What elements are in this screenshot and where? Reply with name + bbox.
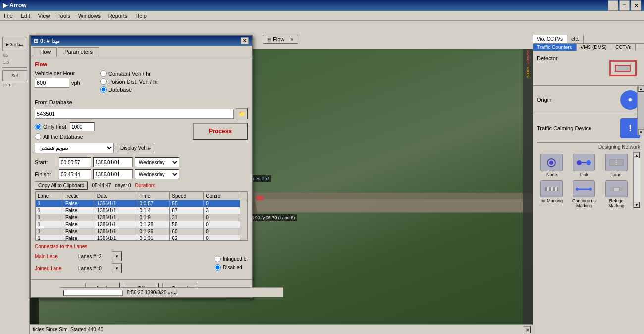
radio-database-label: Datebase [108,87,132,93]
menu-file[interactable]: File [0,12,17,20]
tab-parameters[interactable]: Parameters [58,47,99,57]
start-label: Start: [35,159,57,165]
main-lane-row: Main Lane Lanes # :2 ▼ [35,251,205,261]
table-row[interactable]: 1False1386/1/10:0:57550 [36,200,247,207]
radio-database-input[interactable] [100,86,107,93]
database-input[interactable] [35,109,234,119]
radio-poison-input[interactable] [100,78,107,85]
design-cont-marking[interactable]: Continuo us Marking [569,180,598,208]
radio-all-db-input[interactable] [35,133,41,140]
disabled-checkbox-row: Disabled [215,264,248,271]
detector-inner [615,65,631,72]
display-veh-btn[interactable]: Display Veh # [117,144,154,152]
map-status-text: ticles Since Sim. Started:440-40 [33,327,103,332]
subtab-cctvs[interactable]: CCTVs [611,44,636,51]
subtab-traffic-counters[interactable]: Traffic Counters [533,44,577,51]
design-node[interactable]: Node [537,154,566,177]
sidebar-coord: 11 1... [1,82,28,88]
table-row[interactable]: 1False1386/1/10:1:31620 [36,235,247,241]
svg-point-1 [629,98,632,101]
radio-constant-label: Constant Veh / hr [108,71,151,77]
finish-day-select[interactable]: Wednesday, [135,169,179,179]
radio-poison: Poison Dist. Veh / hr [100,78,158,85]
flow-window-title: ⊞ 0: # میدا ✕ [31,36,252,46]
sidebar-item-2: 1.5 [1,59,28,65]
data-table: Lane .rectic Date Time Speed Control 1Fa… [35,192,247,241]
finish-date[interactable] [93,169,133,179]
design-network-label: Designing Network [537,144,640,150]
main-lane-dropdown-btn[interactable]: ▼ [112,251,122,261]
menu-view[interactable]: View [34,12,54,20]
svg-rect-13 [551,187,553,191]
col-scroll [240,192,247,200]
table-row[interactable]: 1False1386/1/10:1:29600 [36,228,247,235]
scroll-up-btn[interactable]: ▲ [638,86,644,92]
scroll-thumb[interactable] [638,92,644,129]
folder-btn[interactable]: 📁 [236,108,248,119]
minimize-btn[interactable]: _ [608,0,618,11]
window-controls: _ □ ✕ [608,0,641,11]
duration-time: 05:44:47 [92,183,111,188]
flow-secondary-title: Flow [273,36,284,42]
col-direction: .rectic [63,192,95,200]
int-marking-icon [540,180,563,197]
int-marking-label: Int Marking [540,198,563,203]
design-scroll-up[interactable]: ▲ [634,152,640,158]
radio-only-first-input[interactable] [35,124,41,130]
design-int-marking[interactable]: Int Marking [537,180,566,208]
menu-tools[interactable]: Tools [54,12,74,20]
col-date: Date [95,192,137,200]
table-row[interactable]: 1False1386/1/10:1:4673 [36,207,247,214]
start-row: Start: Wednesday, [35,157,248,167]
subtab-vms[interactable]: VMS (DMS) [577,44,611,51]
vph-input[interactable] [35,78,69,88]
copy-clipboard-btn[interactable]: Copy All to Clipboard [35,181,88,190]
close-btn[interactable]: ✕ [631,0,641,11]
only-first-label: Only First: [43,124,68,130]
flow-title-text: 0: # میدا [40,38,60,44]
tab-flow[interactable]: Flow [33,47,57,57]
intrigued-radio[interactable] [215,256,221,262]
flow-secondary-close[interactable]: × [290,36,293,42]
scroll-down-btn[interactable]: ▼ [638,129,644,135]
status-progress-bar [63,290,123,296]
design-link[interactable]: Link [569,154,598,177]
menu-windows[interactable]: Windows [74,12,105,20]
process-btn[interactable]: Process [193,123,248,140]
table-row[interactable]: 1False1386/1/10:1:28580 [36,221,247,228]
link-label: Link [580,172,589,177]
menu-help[interactable]: Help [131,12,151,20]
maximize-btn[interactable]: □ [619,0,630,11]
design-lane[interactable]: Lane [602,154,631,177]
tab-vio-cctvs[interactable]: Vio. CCTVs [533,35,567,43]
only-first-input[interactable] [70,122,95,131]
joined-lane-dropdown-btn[interactable]: ▼ [112,263,122,273]
cont-marking-icon [573,180,595,197]
sidebar-sel-btn[interactable]: Sel [2,70,27,81]
finish-time[interactable] [59,169,91,179]
lane-label: Lane [611,172,621,177]
start-time[interactable] [59,157,91,167]
design-refuge-marking[interactable]: Refuge Marking [602,180,631,208]
svg-rect-12 [547,187,549,191]
calendar-dropdown[interactable]: تقویم همشی [35,143,114,153]
disabled-radio[interactable] [215,264,221,271]
design-scroll-down[interactable]: ▼ [634,202,640,208]
table-row[interactable]: 1False1386/1/10:1:9310 [36,214,247,221]
tab-etc[interactable]: etc. [567,35,584,43]
flow-close-btn[interactable]: ✕ [241,37,249,44]
map-corner-btn[interactable]: ⊞ [524,326,531,333]
start-date[interactable] [93,157,133,167]
menu-reports[interactable]: Reports [105,12,132,20]
days-label: days: 0 [115,183,131,188]
radio-constant-input[interactable] [100,70,107,77]
flow-content: Flow Vehicle per Hour vph Constant Veh /… [31,57,252,279]
main-lane-label: Main Lane [35,254,74,259]
right-panel: Vio. CCTVs etc. Traffic Counters VMS (DM… [533,35,644,334]
start-day-select[interactable]: Wednesday, [135,157,179,167]
node-icon [540,154,563,171]
flow-secondary-window[interactable]: ⊞ Flow × [263,35,298,44]
menu-edit[interactable]: Edit [17,12,34,20]
main-lane-value: Lanes # :2 [78,254,108,259]
sidebar-top-btn[interactable]: ▶ 0: # میدا [2,37,27,51]
